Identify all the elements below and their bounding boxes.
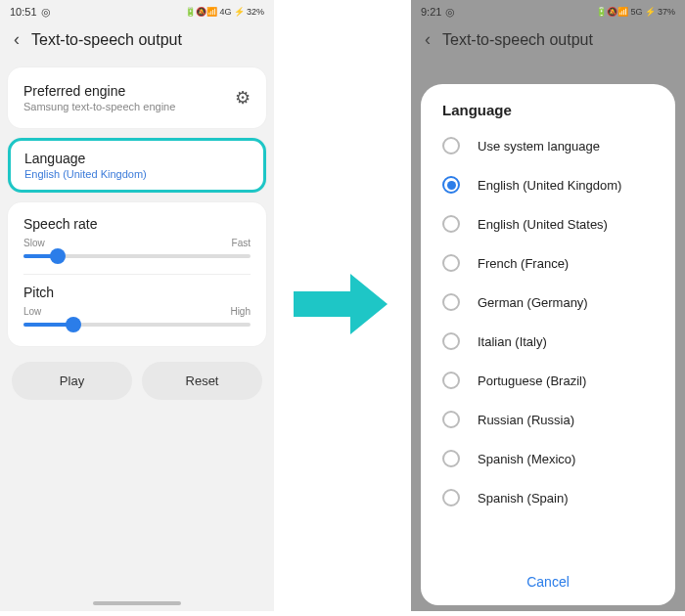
radio-icon	[442, 176, 460, 194]
status-clock-icon: ◎	[445, 6, 455, 19]
status-battery: 32%	[247, 7, 264, 17]
button-row: Play Reset	[0, 356, 274, 406]
sliders-card: Speech rate Slow Fast Pitch Low High	[8, 202, 266, 346]
rate-high-label: Fast	[232, 238, 251, 248]
cancel-button[interactable]: Cancel	[421, 560, 675, 605]
language-option[interactable]: Spanish (Mexico)	[421, 439, 675, 478]
radio-icon	[442, 293, 460, 311]
page-title: Text-to-speech output	[31, 31, 182, 49]
language-option[interactable]: French (France)	[421, 243, 675, 283]
status-bar: 9:21 ◎ 🔋🔕📶 5G ⚡ 37%	[411, 0, 685, 22]
status-clock-icon: ◎	[41, 6, 51, 19]
phone-tts-settings: 10:51 ◎ 🔋🔕📶 4G ⚡ 32% ‹ Text-to-speech ou…	[0, 0, 274, 611]
option-label: Use system language	[478, 139, 600, 154]
option-label: Spanish (Spain)	[478, 491, 569, 506]
language-option[interactable]: Portuguese (Brazil)	[421, 361, 675, 400]
radio-icon	[442, 332, 460, 350]
language-option[interactable]: English (United States)	[421, 204, 675, 243]
pitch-section: Pitch Low High	[8, 275, 266, 342]
pitch-label: Pitch	[23, 285, 251, 300]
back-icon[interactable]: ‹	[425, 29, 431, 50]
status-time: 10:51	[10, 6, 37, 18]
radio-icon	[442, 450, 460, 467]
dialog-title: Language	[421, 102, 675, 126]
radio-icon	[442, 372, 460, 389]
option-label: English (United States)	[478, 217, 608, 232]
preferred-engine-row[interactable]: Preferred engine Samsung text-to-speech …	[8, 71, 266, 124]
radio-icon	[442, 411, 460, 428]
language-sub: English (United Kingdom)	[24, 168, 250, 180]
back-icon[interactable]: ‹	[14, 29, 20, 50]
option-label: English (United Kingdom)	[478, 178, 621, 193]
radio-icon	[442, 137, 460, 154]
option-label: Portuguese (Brazil)	[478, 374, 586, 388]
language-row[interactable]: Language English (United Kingdom)	[8, 138, 266, 193]
status-bar: 10:51 ◎ 🔋🔕📶 4G ⚡ 32%	[0, 0, 274, 22]
rate-low-label: Slow	[23, 238, 45, 248]
transition-arrow-icon	[294, 274, 391, 332]
option-label: Italian (Italy)	[478, 334, 547, 349]
pitch-slider[interactable]	[23, 323, 251, 327]
speech-rate-section: Speech rate Slow Fast	[8, 206, 266, 274]
status-time: 9:21	[421, 6, 441, 18]
option-label: Russian (Russia)	[478, 413, 574, 427]
option-label: German (Germany)	[478, 295, 588, 310]
gear-icon[interactable]: ⚙	[235, 87, 251, 109]
language-option[interactable]: Use system language	[421, 126, 675, 165]
status-icons: 🔋🔕📶 4G ⚡	[185, 7, 245, 17]
engine-card: Preferred engine Samsung text-to-speech …	[8, 67, 266, 128]
option-label: French (France)	[478, 256, 569, 271]
page-header: ‹ Text-to-speech output	[411, 22, 685, 64]
radio-icon	[442, 215, 460, 233]
engine-label: Preferred engine	[23, 83, 175, 99]
engine-sub: Samsung text-to-speech engine	[23, 101, 175, 112]
language-dialog: Language Use system language English (Un…	[421, 84, 675, 605]
speech-rate-label: Speech rate	[23, 216, 251, 232]
language-label: Language	[24, 151, 250, 166]
nav-handle[interactable]	[93, 601, 181, 605]
language-option[interactable]: German (Germany)	[421, 283, 675, 322]
pitch-low-label: Low	[23, 306, 41, 317]
page-title: Text-to-speech output	[442, 31, 593, 49]
play-button[interactable]: Play	[12, 362, 132, 400]
phone-language-dialog: 9:21 ◎ 🔋🔕📶 5G ⚡ 37% ‹ Text-to-speech out…	[411, 0, 685, 611]
language-option[interactable]: Italian (Italy)	[421, 322, 675, 361]
page-header: ‹ Text-to-speech output	[0, 22, 274, 64]
language-option[interactable]: Spanish (Spain)	[421, 478, 675, 517]
option-label: Spanish (Mexico)	[478, 452, 575, 466]
pitch-high-label: High	[230, 306, 251, 317]
status-battery: 37%	[658, 7, 675, 17]
language-option[interactable]: English (United Kingdom)	[421, 165, 675, 204]
radio-icon	[442, 254, 460, 272]
status-icons: 🔋🔕📶 5G ⚡	[596, 7, 656, 17]
language-options-list: Use system language English (United King…	[421, 126, 675, 560]
language-option[interactable]: Russian (Russia)	[421, 400, 675, 439]
radio-icon	[442, 489, 460, 506]
speech-rate-slider[interactable]	[23, 254, 251, 258]
reset-button[interactable]: Reset	[142, 362, 262, 400]
